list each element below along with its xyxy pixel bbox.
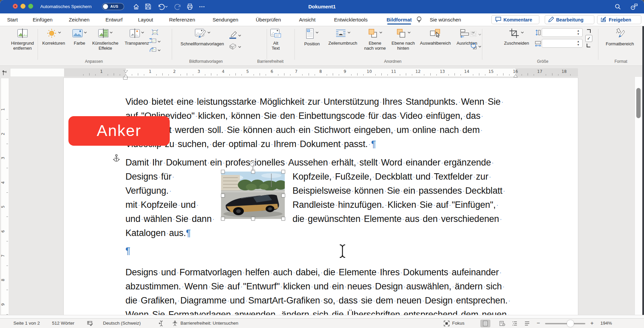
bearbeitung-button[interactable]: Bearbeitung: [545, 15, 594, 24]
left-indent-marker[interactable]: [123, 77, 127, 80]
selection-handle[interactable]: [221, 170, 225, 174]
selection-handle[interactable]: [221, 194, 225, 197]
selected-picture-car[interactable]: [221, 172, 285, 219]
scrollbar-thumb[interactable]: [636, 88, 641, 118]
status-bar: Seite 1 von 2 512 Wörter Deutsch (Schwei…: [0, 318, 644, 328]
draft-view-button[interactable]: [522, 320, 532, 327]
tab-ansicht[interactable]: Ansicht: [299, 13, 315, 26]
rotate-objects-button[interactable]: [469, 42, 481, 51]
document-text-line[interactable]: abzustimmen.·Wenn·Sie·auf·"Entwurf"·klic…: [125, 281, 505, 292]
formatbereich-button[interactable]: Formatbereich: [606, 28, 634, 46]
document-text-line[interactable]: die·gewünschten·Elemente·aus·den·verschi…: [292, 214, 502, 224]
zoom-percentage[interactable]: 194%: [600, 319, 612, 328]
position-button[interactable]: Position: [304, 28, 320, 46]
window-title: Dokument1: [0, 0, 644, 13]
accessibility-icon[interactable]: [172, 320, 178, 328]
korrekturen-button[interactable]: Korrekturen: [42, 28, 65, 46]
height-stepper[interactable]: ▲▼: [576, 29, 580, 36]
document-text-line[interactable]: Wenn·Sie·Formatvorlagen·anwenden,·ändern…: [125, 310, 510, 315]
picture-border-icon: [228, 31, 237, 40]
tab-zeichnen[interactable]: Zeichnen: [69, 13, 90, 26]
tab-layout[interactable]: Layout: [138, 13, 153, 26]
document-text-line[interactable]: die·Grafiken,·Diagramme·und·SmartArt-Gra…: [125, 295, 511, 306]
hintergrund-entfernen-button[interactable]: Hintergrund entfernen: [11, 28, 34, 51]
document-text-line[interactable]: ¶: [125, 246, 130, 256]
freigeben-button[interactable]: Freigeben: [597, 15, 641, 24]
selection-handle[interactable]: [281, 217, 285, 221]
group-label-anordnen: Anordnen: [384, 59, 401, 64]
height-field[interactable]: ▲▼: [542, 28, 583, 37]
zoom-out-button[interactable]: −: [537, 319, 540, 328]
tab-bildformat[interactable]: Bildformat: [387, 13, 412, 26]
document-text-line[interactable]: mit·Kopfzeile·und·: [125, 200, 199, 210]
selection-handle[interactable]: [281, 194, 285, 197]
tab-überprüfen[interactable]: Überprüfen: [256, 13, 281, 26]
web-layout-view-button[interactable]: [497, 320, 507, 327]
transparenz-button[interactable]: Transparenz: [125, 28, 149, 46]
document-text-line[interactable]: Katalogen·aus.¶: [125, 228, 191, 238]
document-text-line[interactable]: Designs·für·: [125, 172, 175, 182]
document-text-line[interactable]: Beispielsweise·können·Sie·ein·passendes·…: [292, 186, 506, 196]
picture-border-button[interactable]: [228, 31, 241, 40]
language-status[interactable]: Deutsch (Schweiz): [103, 319, 141, 328]
document-page[interactable]: Video·bietet·eine·leistungsstarke·Möglic…: [64, 78, 578, 315]
farbe-button[interactable]: Farbe: [72, 28, 87, 46]
width-stepper[interactable]: ▲▼: [576, 40, 580, 47]
spellcheck-icon[interactable]: [87, 320, 93, 328]
document-text-line[interactable]: und·wählen·Sie·dann·: [125, 214, 215, 224]
print-layout-view-button[interactable]: [480, 320, 490, 327]
document-text-line[interactable]: Kopfzeile,·Fußzeile,·Deckblatt·und·Textf…: [292, 172, 492, 182]
tell-me-button[interactable]: Sie wünschen: [430, 13, 461, 26]
selection-handle[interactable]: [221, 217, 225, 221]
selection-handle[interactable]: [281, 170, 285, 174]
lock-aspect-checkbox[interactable]: ✓: [585, 35, 592, 42]
schnellformatvorlagen-button[interactable]: Schnellformatvorlagen: [180, 28, 224, 46]
window-edge: [642, 26, 644, 315]
tab-selector[interactable]: [1, 68, 8, 77]
zuschneiden-button[interactable]: Zuschneiden: [504, 28, 529, 46]
accessibility-status[interactable]: Barrierefreiheit: Untersuchen: [180, 319, 238, 328]
change-picture-button[interactable]: [149, 38, 161, 46]
focus-button[interactable]: Fokus: [452, 319, 465, 328]
group-objects-icon: [469, 30, 477, 39]
auswahlbereich-button[interactable]: Auswahlbereich: [420, 28, 451, 46]
document-text-line[interactable]: Video·bietet·eine·leistungsstarke·Möglic…: [125, 97, 504, 107]
tab-entwicklertools[interactable]: Entwicklertools: [334, 13, 368, 26]
vertical-scrollbar[interactable]: [635, 77, 642, 315]
zoom-in-button[interactable]: +: [590, 319, 594, 328]
zoom-slider-knob[interactable]: [567, 320, 574, 327]
alt-text-icon: [270, 28, 281, 40]
tab-einfügen[interactable]: Einfügen: [33, 13, 52, 26]
selection-handle[interactable]: [251, 217, 255, 221]
reset-picture-button[interactable]: [149, 46, 161, 54]
share-user-icon[interactable]: [630, 3, 637, 10]
tab-sendungen[interactable]: Sendungen: [213, 13, 238, 26]
alt-text-button[interactable]: Alt Text: [270, 28, 281, 51]
outline-view-button[interactable]: [509, 320, 520, 327]
document-text-line[interactable]: Designs·und·Formatvorlagen·helfen·auch·d…: [125, 267, 502, 278]
kommentare-button[interactable]: Kommentare: [491, 15, 539, 24]
width-field[interactable]: ▲▼: [542, 39, 583, 48]
rotation-handle[interactable]: [250, 161, 256, 167]
compress-picture-button[interactable]: [151, 29, 159, 37]
zoom-slider[interactable]: [545, 323, 585, 324]
document-text-line[interactable]: auf·"Onlinevideo"·klicken,·können·Sie·de…: [125, 111, 484, 121]
word-count[interactable]: 512 Wörter: [52, 319, 74, 328]
tab-entwurf[interactable]: Entwurf: [106, 13, 123, 26]
document-text-line[interactable]: Randleiste·hinzufügen.·Klicken·Sie·auf·"…: [292, 200, 499, 210]
remove-background-icon: [17, 28, 28, 40]
horizontal-ruler[interactable]: 1123456789101112131415161718: [10, 68, 578, 77]
ribbon: Hintergrund entfernenKorrekturenFarbeKün…: [0, 26, 644, 66]
page-count[interactable]: Seite 1 von 2: [13, 319, 40, 328]
ebene-nach-vorne-button[interactable]: Ebene nach vorne: [364, 28, 386, 51]
document-text-line[interactable]: Damit·Ihr·Dokument·ein·professionelles·A…: [125, 157, 494, 168]
picture-effects-button[interactable]: [228, 42, 241, 52]
document-text-line[interactable]: hinzugefügt·werden·soll.·Sie·können·auch…: [125, 125, 483, 135]
ebene-nach-hinten-button[interactable]: Ebene nach hinten: [391, 28, 415, 51]
tab-referenzen[interactable]: Referenzen: [169, 13, 195, 26]
künstlerische-effekte-button[interactable]: Künstlerische Effekte: [92, 28, 118, 51]
zeilenumbruch-button[interactable]: Zeilenumbruch: [328, 28, 357, 46]
tab-start[interactable]: Start: [7, 13, 18, 26]
document-text-line[interactable]: Verfügung.·: [125, 186, 172, 196]
search-icon[interactable]: [614, 3, 621, 10]
